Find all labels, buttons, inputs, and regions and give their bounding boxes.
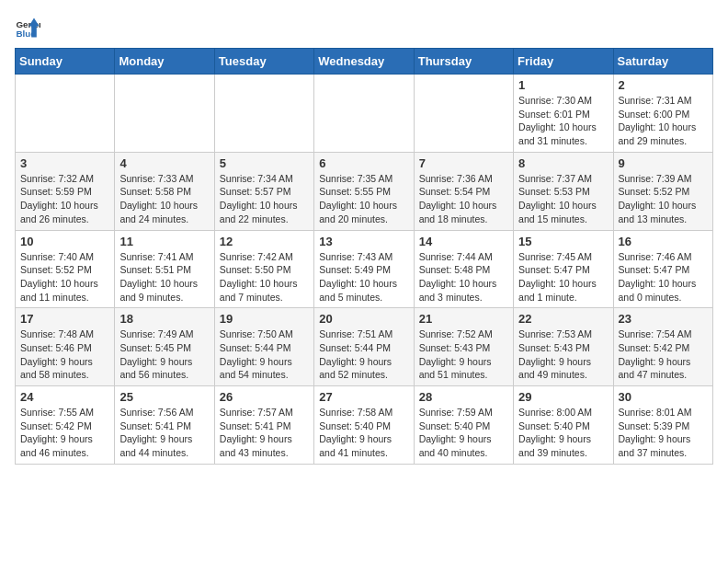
calendar-cell: 20Sunrise: 7:51 AM Sunset: 5:44 PM Dayli… [314, 308, 414, 386]
day-info: Sunrise: 7:59 AM Sunset: 5:40 PM Dayligh… [419, 406, 508, 460]
calendar-cell: 15Sunrise: 7:45 AM Sunset: 5:47 PM Dayli… [514, 230, 613, 308]
day-info: Sunrise: 7:34 AM Sunset: 5:57 PM Dayligh… [220, 172, 309, 226]
calendar-cell: 2Sunrise: 7:31 AM Sunset: 6:00 PM Daylig… [613, 75, 712, 153]
day-number: 30 [619, 390, 708, 404]
day-number: 23 [619, 312, 708, 326]
logo-icon: General Blue [15, 15, 40, 40]
day-number: 20 [319, 312, 408, 326]
day-info: Sunrise: 7:52 AM Sunset: 5:43 PM Dayligh… [419, 327, 508, 382]
calendar-cell: 12Sunrise: 7:42 AM Sunset: 5:50 PM Dayli… [214, 230, 313, 308]
calendar-cell [414, 75, 513, 153]
day-info: Sunrise: 7:51 AM Sunset: 5:44 PM Dayligh… [319, 327, 408, 382]
calendar-cell: 7Sunrise: 7:36 AM Sunset: 5:54 PM Daylig… [414, 152, 513, 230]
calendar-cell: 8Sunrise: 7:37 AM Sunset: 5:53 PM Daylig… [514, 152, 613, 230]
calendar-cell: 17Sunrise: 7:48 AM Sunset: 5:46 PM Dayli… [16, 308, 115, 386]
day-number: 17 [20, 312, 109, 326]
day-number: 21 [419, 312, 508, 326]
calendar-cell: 19Sunrise: 7:50 AM Sunset: 5:44 PM Dayli… [214, 308, 313, 386]
calendar-cell: 5Sunrise: 7:34 AM Sunset: 5:57 PM Daylig… [214, 152, 313, 230]
day-number: 12 [220, 235, 309, 248]
day-number: 29 [518, 390, 608, 404]
calendar-header-row: SundayMondayTuesdayWednesdayThursdayFrid… [16, 49, 713, 75]
day-number: 2 [619, 78, 708, 92]
calendar-cell: 11Sunrise: 7:41 AM Sunset: 5:51 PM Dayli… [115, 230, 214, 308]
day-number: 16 [619, 235, 708, 248]
day-info: Sunrise: 7:33 AM Sunset: 5:58 PM Dayligh… [119, 172, 209, 226]
day-info: Sunrise: 7:55 AM Sunset: 5:42 PM Dayligh… [20, 406, 109, 460]
day-number: 9 [619, 156, 708, 170]
calendar-cell: 28Sunrise: 7:59 AM Sunset: 5:40 PM Dayli… [414, 386, 513, 465]
day-number: 13 [319, 235, 408, 248]
calendar-cell: 13Sunrise: 7:43 AM Sunset: 5:49 PM Dayli… [314, 230, 414, 308]
day-number: 10 [20, 235, 109, 248]
calendar-cell: 4Sunrise: 7:33 AM Sunset: 5:58 PM Daylig… [115, 152, 214, 230]
day-number: 7 [419, 156, 508, 170]
day-number: 27 [319, 390, 408, 404]
calendar-cell [214, 75, 313, 153]
day-info: Sunrise: 7:50 AM Sunset: 5:44 PM Dayligh… [220, 327, 309, 382]
day-info: Sunrise: 7:40 AM Sunset: 5:52 PM Dayligh… [20, 250, 109, 304]
day-of-week-header: Thursday [414, 49, 513, 75]
calendar-table: SundayMondayTuesdayWednesdayThursdayFrid… [15, 48, 713, 465]
day-info: Sunrise: 7:48 AM Sunset: 5:46 PM Dayligh… [20, 327, 109, 382]
day-info: Sunrise: 7:41 AM Sunset: 5:51 PM Dayligh… [119, 250, 209, 304]
day-info: Sunrise: 7:35 AM Sunset: 5:55 PM Dayligh… [319, 172, 408, 226]
day-info: Sunrise: 7:44 AM Sunset: 5:48 PM Dayligh… [419, 250, 508, 304]
calendar-cell: 30Sunrise: 8:01 AM Sunset: 5:39 PM Dayli… [613, 386, 712, 465]
day-info: Sunrise: 7:30 AM Sunset: 6:01 PM Dayligh… [518, 94, 608, 148]
day-info: Sunrise: 7:39 AM Sunset: 5:52 PM Dayligh… [619, 172, 708, 226]
day-info: Sunrise: 7:46 AM Sunset: 5:47 PM Dayligh… [619, 250, 708, 304]
day-info: Sunrise: 8:01 AM Sunset: 5:39 PM Dayligh… [619, 406, 708, 460]
day-number: 22 [518, 312, 608, 326]
day-number: 1 [518, 78, 608, 92]
day-info: Sunrise: 7:53 AM Sunset: 5:43 PM Dayligh… [518, 327, 608, 382]
calendar-cell: 1Sunrise: 7:30 AM Sunset: 6:01 PM Daylig… [514, 75, 613, 153]
calendar-cell: 18Sunrise: 7:49 AM Sunset: 5:45 PM Dayli… [115, 308, 214, 386]
day-number: 15 [518, 235, 608, 248]
calendar-cell: 22Sunrise: 7:53 AM Sunset: 5:43 PM Dayli… [514, 308, 613, 386]
day-number: 18 [119, 312, 209, 326]
day-info: Sunrise: 7:37 AM Sunset: 5:53 PM Dayligh… [518, 172, 608, 226]
day-number: 19 [220, 312, 309, 326]
calendar-cell: 3Sunrise: 7:32 AM Sunset: 5:59 PM Daylig… [16, 152, 115, 230]
day-of-week-header: Tuesday [214, 49, 313, 75]
day-number: 5 [220, 156, 309, 170]
calendar-week-row: 3Sunrise: 7:32 AM Sunset: 5:59 PM Daylig… [16, 152, 713, 230]
day-number: 11 [119, 235, 209, 248]
calendar-cell: 9Sunrise: 7:39 AM Sunset: 5:52 PM Daylig… [613, 152, 712, 230]
calendar-cell: 14Sunrise: 7:44 AM Sunset: 5:48 PM Dayli… [414, 230, 513, 308]
day-number: 24 [20, 390, 109, 404]
day-info: Sunrise: 8:00 AM Sunset: 5:40 PM Dayligh… [518, 406, 608, 460]
day-info: Sunrise: 7:56 AM Sunset: 5:41 PM Dayligh… [119, 406, 209, 460]
calendar-cell: 24Sunrise: 7:55 AM Sunset: 5:42 PM Dayli… [16, 386, 115, 465]
day-info: Sunrise: 7:36 AM Sunset: 5:54 PM Dayligh… [419, 172, 508, 226]
day-info: Sunrise: 7:49 AM Sunset: 5:45 PM Dayligh… [119, 327, 209, 382]
day-of-week-header: Friday [514, 49, 613, 75]
logo: General Blue [15, 15, 44, 40]
day-info: Sunrise: 7:57 AM Sunset: 5:41 PM Dayligh… [220, 406, 309, 460]
day-number: 25 [119, 390, 209, 404]
day-info: Sunrise: 7:31 AM Sunset: 6:00 PM Dayligh… [619, 94, 708, 148]
day-number: 26 [220, 390, 309, 404]
day-of-week-header: Monday [115, 49, 214, 75]
calendar-cell: 10Sunrise: 7:40 AM Sunset: 5:52 PM Dayli… [16, 230, 115, 308]
calendar-cell [314, 75, 414, 153]
day-number: 6 [319, 156, 408, 170]
calendar-week-row: 24Sunrise: 7:55 AM Sunset: 5:42 PM Dayli… [16, 386, 713, 465]
day-info: Sunrise: 7:58 AM Sunset: 5:40 PM Dayligh… [319, 406, 408, 460]
calendar-cell: 29Sunrise: 8:00 AM Sunset: 5:40 PM Dayli… [514, 386, 613, 465]
day-info: Sunrise: 7:32 AM Sunset: 5:59 PM Dayligh… [20, 172, 109, 226]
day-info: Sunrise: 7:42 AM Sunset: 5:50 PM Dayligh… [220, 250, 309, 304]
day-number: 14 [419, 235, 508, 248]
calendar-cell: 27Sunrise: 7:58 AM Sunset: 5:40 PM Dayli… [314, 386, 414, 465]
calendar-cell [16, 75, 115, 153]
day-number: 8 [518, 156, 608, 170]
calendar-cell: 16Sunrise: 7:46 AM Sunset: 5:47 PM Dayli… [613, 230, 712, 308]
day-info: Sunrise: 7:45 AM Sunset: 5:47 PM Dayligh… [518, 250, 608, 304]
day-of-week-header: Wednesday [314, 49, 414, 75]
day-of-week-header: Saturday [613, 49, 712, 75]
day-info: Sunrise: 7:54 AM Sunset: 5:42 PM Dayligh… [619, 327, 708, 382]
calendar-week-row: 10Sunrise: 7:40 AM Sunset: 5:52 PM Dayli… [16, 230, 713, 308]
page-header: General Blue [15, 15, 713, 40]
day-info: Sunrise: 7:43 AM Sunset: 5:49 PM Dayligh… [319, 250, 408, 304]
